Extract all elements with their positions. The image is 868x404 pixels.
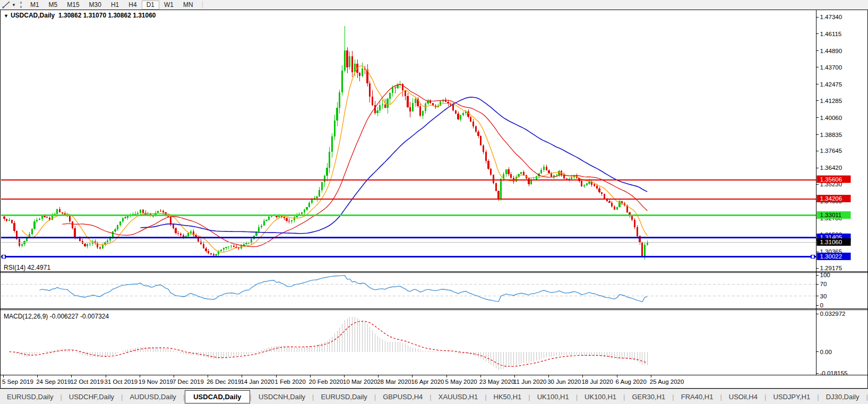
timeframe-button-m1[interactable]: M1: [25, 1, 44, 10]
svg-text:6 Aug 2020: 6 Aug 2020: [616, 379, 647, 385]
timeframe-button-h1[interactable]: H1: [106, 1, 124, 10]
timeframe-button-m30[interactable]: M30: [84, 1, 106, 10]
svg-text:100: 100: [820, 272, 830, 278]
timeframe-button-mn[interactable]: MN: [178, 1, 198, 10]
svg-text:1.43700: 1.43700: [820, 64, 843, 71]
tool-dropdown-arrow-icon[interactable]: ▼: [12, 3, 16, 7]
svg-text:1.30022: 1.30022: [820, 253, 843, 260]
svg-text:31 Oct 2019: 31 Oct 2019: [105, 379, 138, 385]
svg-text:1.41285: 1.41285: [820, 98, 843, 104]
chart-tab-usdchf-daily[interactable]: USDCHF,Daily: [62, 391, 121, 403]
svg-text:16 Apr 2020: 16 Apr 2020: [411, 379, 444, 385]
svg-text:30: 30: [820, 293, 827, 299]
svg-text:7 Dec 2019: 7 Dec 2019: [173, 379, 204, 385]
chart-tab-ger30-h1[interactable]: GER30,H1: [625, 391, 672, 403]
chart-tab-hk50-h1[interactable]: HK50,H1: [487, 391, 529, 403]
timeframe-button-w1[interactable]: W1: [159, 1, 178, 10]
svg-text:25 Aug 2020: 25 Aug 2020: [650, 379, 684, 385]
svg-text:20 Feb 2020: 20 Feb 2020: [309, 379, 343, 385]
chart-tab-fra40-h1[interactable]: FRA40,H1: [674, 391, 720, 403]
timeframe-button-h4[interactable]: H4: [124, 1, 141, 10]
timeframe-button-m15[interactable]: M15: [62, 1, 84, 10]
timeframe-button-group: M1M5M15M30H1H4D1W1MN: [25, 1, 198, 10]
svg-text:1.47340: 1.47340: [820, 14, 843, 20]
svg-text:5 May 2020: 5 May 2020: [445, 379, 477, 385]
svg-text:5 Sep 2019: 5 Sep 2019: [2, 379, 33, 385]
svg-text:0.00: 0.00: [820, 349, 832, 355]
cursor-tool-icon[interactable]: [2, 1, 11, 8]
svg-text:28 Mar 2020: 28 Mar 2020: [377, 379, 411, 385]
svg-text:0.032972: 0.032972: [820, 311, 846, 317]
svg-text:1.37645: 1.37645: [820, 148, 843, 154]
svg-text:23 May 2020: 23 May 2020: [479, 379, 515, 385]
chart-tab-dj30-daily[interactable]: DJ30,Daily: [819, 391, 866, 403]
chart-tab-usdcnh-daily[interactable]: USDCNH,Daily: [252, 391, 312, 403]
svg-text:12 Oct 2019: 12 Oct 2019: [70, 379, 104, 385]
svg-text:10 Mar 2020: 10 Mar 2020: [343, 379, 377, 385]
svg-text:1 Feb 2020: 1 Feb 2020: [275, 379, 306, 385]
timeframe-button-d1[interactable]: D1: [142, 1, 159, 10]
svg-text:1.36420: 1.36420: [820, 165, 843, 171]
svg-text:1.46115: 1.46115: [820, 31, 842, 37]
svg-text:1.40060: 1.40060: [820, 115, 843, 121]
chart-tab-audusd-daily[interactable]: AUDUSD,Daily: [123, 391, 183, 403]
toolbar-separator: [202, 1, 203, 8]
chart-window: 1.473401.461151.448901.437001.424751.412…: [0, 10, 868, 389]
svg-text:1.31060: 1.31060: [820, 239, 843, 245]
svg-text:1.29175: 1.29175: [820, 265, 843, 271]
hline-handle[interactable]: [2, 255, 5, 259]
chart-tab-uk100-h1[interactable]: UK100,H1: [578, 391, 623, 403]
toolbar-grip[interactable]: [20, 2, 22, 8]
chart-tab-usdjpy-h1[interactable]: USDJPY,H1: [766, 391, 817, 403]
svg-text:30 Jun 2020: 30 Jun 2020: [547, 379, 581, 385]
chart-tab-usoil-h4[interactable]: USOil,H4: [722, 391, 764, 403]
top-toolbar: ▼ M1M5M15M30H1H4D1W1MN: [0, 0, 868, 10]
svg-text:1.33011: 1.33011: [820, 212, 842, 218]
price-chart-svg[interactable]: 1.473401.461151.448901.437001.424751.412…: [0, 10, 868, 389]
chart-tab-xauusd-h1[interactable]: XAUUSD,H1: [432, 391, 485, 403]
svg-text:11 Jun 2020: 11 Jun 2020: [513, 379, 546, 385]
svg-text:70: 70: [820, 281, 827, 287]
mt4-application-window: ▼ M1M5M15M30H1H4D1W1MN 1.473401.461151.4…: [0, 0, 868, 404]
chart-tab-eurusd-daily[interactable]: EURUSD,Daily: [314, 391, 374, 403]
svg-text:1.35606: 1.35606: [820, 176, 843, 183]
chart-tab-bar: EURUSD,Daily|USDCHF,Daily|AUDUSD,Daily|U…: [0, 389, 868, 404]
svg-text:1.38835: 1.38835: [820, 132, 843, 138]
chart-tab-gbpusd-h4[interactable]: GBPUSD,H4: [376, 391, 429, 403]
svg-text:1.42475: 1.42475: [820, 81, 843, 88]
timeframe-button-m5[interactable]: M5: [44, 1, 63, 10]
svg-text:18 Jul 2020: 18 Jul 2020: [581, 379, 613, 385]
svg-text:1.44890: 1.44890: [820, 48, 843, 54]
chart-tab-uk100-h1[interactable]: UK100,H1: [530, 391, 576, 403]
svg-text:26 Dec 2019: 26 Dec 2019: [207, 379, 241, 385]
hline-handle[interactable]: [811, 255, 814, 259]
svg-text:-0.018155: -0.018155: [820, 370, 848, 376]
svg-text:24 Sep 2019: 24 Sep 2019: [36, 379, 71, 385]
svg-text:14 Jan 2020: 14 Jan 2020: [240, 379, 274, 385]
chart-tab-usdcad-daily[interactable]: USDCAD,Daily: [185, 390, 250, 403]
svg-text:19 Nov 2019: 19 Nov 2019: [139, 379, 173, 385]
svg-text:0: 0: [820, 302, 823, 308]
chart-tab-eurusd-daily[interactable]: EURUSD,Daily: [0, 391, 60, 403]
svg-text:1.34206: 1.34206: [820, 195, 843, 202]
